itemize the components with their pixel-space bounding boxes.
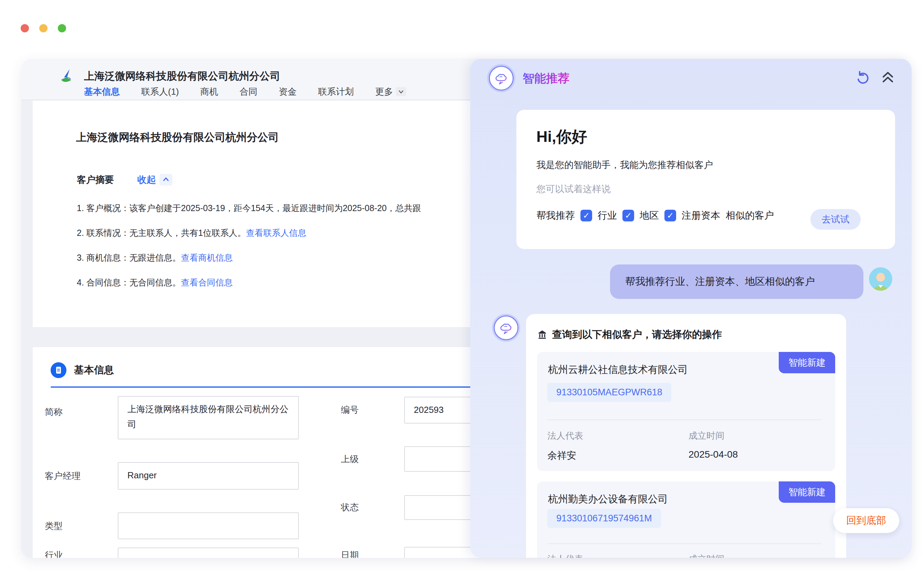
established-value: 2025-04-08 — [688, 449, 738, 460]
suggestion-option-region: 地区 — [639, 209, 659, 222]
result-title-row: 查询到以下相似客户，请选择你的操作 — [537, 328, 835, 341]
legal-rep-value: 余祥安 — [547, 449, 576, 462]
tab-opportunities[interactable]: 商机 — [200, 86, 218, 100]
customer-name: 杭州勤美办公设备有限公司 — [548, 492, 668, 506]
type-input[interactable] — [118, 512, 299, 539]
ai-result-bubble: 查询到以下相似客户，请选择你的操作 杭州云耕公社信息技术有限公司 智能新建 91… — [526, 314, 846, 558]
smart-create-button[interactable]: 智能新建 — [779, 352, 835, 373]
tab-contact-plan[interactable]: 联系计划 — [318, 86, 354, 100]
minimize-window-button[interactable] — [39, 24, 47, 32]
refresh-icon[interactable] — [854, 69, 871, 86]
panel-title: 智能推荐 — [522, 70, 569, 86]
card-divider — [547, 543, 821, 544]
chevron-up-icon — [159, 174, 172, 186]
close-window-button[interactable] — [21, 24, 29, 32]
maximize-window-button[interactable] — [58, 24, 66, 32]
user-avatar — [869, 267, 892, 291]
suggestion-option-industry: 行业 — [598, 209, 617, 222]
tab-basic-info[interactable]: 基本信息 — [84, 86, 120, 100]
credit-code-badge: 91330105MAEGPWR618 — [547, 383, 671, 402]
short-name-input[interactable]: 上海泛微网络科技股份有限公司杭州分公司 — [118, 396, 299, 439]
window-controls — [21, 24, 66, 32]
collapse-panel-icon[interactable] — [880, 70, 896, 86]
try-it-button[interactable]: 去试试 — [810, 209, 861, 230]
field-label-date: 日期 — [341, 549, 359, 558]
chevron-down-icon — [396, 87, 406, 96]
result-title: 查询到以下相似客户，请选择你的操作 — [552, 328, 722, 341]
ai-assistant-icon — [494, 315, 519, 340]
greeting-card: Hi,你好 我是您的智能助手，我能为您推荐相似客户 您可以试着这样说 帮我推荐 … — [516, 110, 895, 249]
field-label-industry: 行业 — [45, 549, 63, 558]
tab-more[interactable]: 更多 — [375, 86, 406, 100]
field-label-type: 类型 — [45, 520, 63, 532]
bank-icon — [537, 330, 547, 340]
customer-name-heading: 上海泛微网络科技股份有限公司杭州分公司 — [76, 130, 279, 145]
suggestion-option-capital: 注册资本 — [682, 209, 720, 222]
similar-customer-card: 杭州勤美办公设备有限公司 智能新建 91330106719574961M 法人代… — [537, 481, 835, 558]
tab-funds[interactable]: 资金 — [279, 86, 297, 100]
document-icon — [51, 362, 66, 378]
field-label-status: 状态 — [341, 501, 359, 514]
established-label: 成立时间 — [688, 430, 724, 442]
suggestion-row: 帮我推荐 ✓ 行业 ✓ 地区 ✓ 注册资本 相似的客户 — [536, 209, 774, 222]
suggestion-suffix: 相似的客户 — [726, 209, 774, 222]
greeting-hint: 您可以试着这样说 — [536, 183, 611, 195]
collapse-summary-button[interactable]: 收起 — [138, 174, 172, 186]
ai-assistant-panel: 智能推荐 Hi,你好 我是您的智能助手，我能为您推荐相似客户 您可以试着这样说 … — [470, 59, 911, 558]
suggestion-prefix: 帮我推荐 — [536, 209, 575, 222]
tab-contacts[interactable]: 联系人(1) — [141, 86, 179, 100]
tab-bar: 基本信息 联系人(1) 商机 合同 资金 联系计划 更多 — [84, 85, 406, 100]
credit-code-badge: 91330106719574961M — [547, 509, 661, 528]
section-title: 基本信息 — [74, 363, 114, 377]
account-manager-input[interactable]: Ranger — [118, 462, 299, 490]
checkbox-checked-icon[interactable]: ✓ — [580, 210, 592, 221]
greeting-subtitle: 我是您的智能助手，我能为您推荐相似客户 — [536, 159, 713, 171]
ai-assistant-icon — [489, 66, 514, 91]
field-label-account-manager: 客户经理 — [45, 470, 81, 482]
checkbox-checked-icon[interactable]: ✓ — [622, 210, 634, 221]
window-title: 上海泛微网络科技股份有限公司杭州分公司 — [84, 69, 280, 83]
summary-section-label: 客户摘要 — [77, 174, 114, 186]
view-contract-link[interactable]: 查看合同信息 — [181, 277, 233, 287]
view-opportunity-link[interactable]: 查看商机信息 — [181, 253, 233, 262]
user-message-bubble: 帮我推荐行业、注册资本、地区相似的客户 — [610, 265, 863, 299]
checkbox-checked-icon[interactable]: ✓ — [664, 210, 676, 221]
back-to-bottom-button[interactable]: 回到底部 — [833, 508, 899, 533]
field-label-short-name: 简称 — [45, 405, 63, 418]
industry-input[interactable] — [118, 548, 299, 558]
established-label: 成立时间 — [688, 553, 724, 558]
legal-rep-label: 法人代表 — [547, 553, 583, 558]
tab-contracts[interactable]: 合同 — [239, 86, 258, 100]
legal-rep-label: 法人代表 — [547, 430, 583, 442]
company-logo-icon — [58, 67, 76, 85]
greeting-title: Hi,你好 — [536, 126, 875, 147]
card-divider — [547, 420, 821, 420]
smart-create-button[interactable]: 智能新建 — [779, 481, 835, 503]
section-divider — [51, 387, 493, 388]
customer-name: 杭州云耕公社信息技术有限公司 — [548, 363, 688, 377]
similar-customer-card: 杭州云耕公社信息技术有限公司 智能新建 91330105MAEGPWR618 法… — [537, 352, 835, 471]
view-contacts-link[interactable]: 查看联系人信息 — [246, 228, 306, 238]
field-label-number: 编号 — [341, 404, 359, 416]
field-label-parent: 上级 — [341, 453, 359, 465]
